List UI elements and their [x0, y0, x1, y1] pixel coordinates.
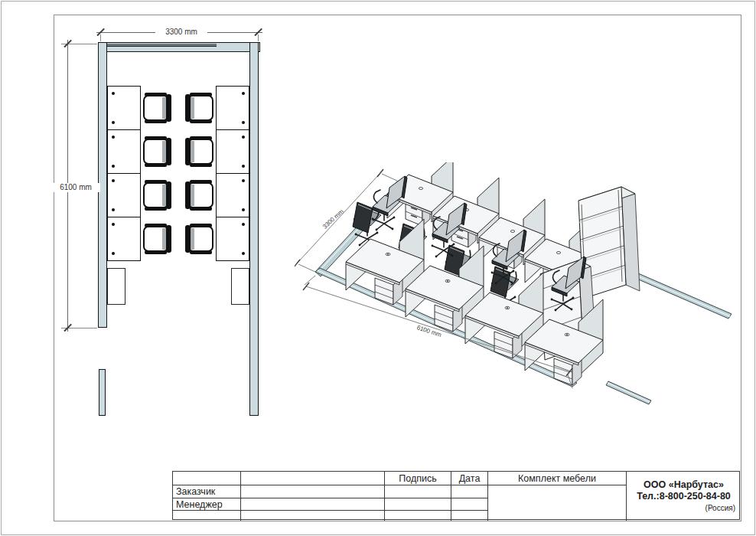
- customer-value-cell: [241, 485, 385, 498]
- customer-signature-cell: [385, 485, 451, 498]
- title-cell-empty: [451, 511, 488, 521]
- floor-plan-2d: 3300 mm 6100 mm: [0, 0, 306, 459]
- plan-chair: [143, 224, 172, 254]
- plan-width-label: 3300 mm: [155, 28, 207, 37]
- company-country: (Россия): [627, 502, 741, 514]
- customer-label: Заказчик: [173, 485, 241, 498]
- manager-signature-cell: [385, 498, 451, 511]
- furniture-layout-drawing: 3300 mm 6100 mm: [0, 0, 756, 536]
- desk-grommet-dot: [112, 179, 115, 182]
- desk-grommet-dot: [242, 121, 245, 124]
- desk-grommet-dot: [242, 165, 245, 168]
- plan-chair: [184, 224, 213, 254]
- title-cell-empty: [241, 511, 385, 521]
- title-cell-empty: [173, 511, 241, 521]
- desk-grommet-dot: [112, 252, 115, 255]
- plan-chair: [143, 180, 172, 211]
- desk-grommet-dot: [242, 223, 245, 226]
- company-phone: Тел.:8-800-250-84-80: [627, 491, 741, 502]
- plan-chair: [143, 93, 172, 123]
- desk-grommet-dot: [242, 208, 245, 211]
- plan-desk: [107, 173, 141, 217]
- plan-wall-right: [249, 42, 259, 416]
- chair-backrest: [185, 94, 191, 122]
- manager-value-cell: [241, 498, 385, 511]
- company-info: ООО «Нарбутас» Тел.:8-800-250-84-80 (Рос…: [627, 472, 741, 521]
- furniture-set-header: Комплект мебели: [488, 472, 627, 485]
- company-name: ООО «Нарбутас»: [627, 479, 741, 491]
- chair-backrest: [166, 181, 171, 209]
- desk-grommet-dot: [112, 208, 115, 211]
- manager-label: Менеджер: [173, 498, 241, 511]
- chair-backrest: [166, 225, 171, 253]
- plan-pedestal-left: [107, 268, 125, 305]
- title-cell-empty: [385, 511, 451, 521]
- desk-grommet-dot: [112, 136, 115, 139]
- chair-backrest: [185, 181, 191, 209]
- desk-grommet-dot: [242, 92, 245, 95]
- view-3d: 3300 mm: [295, 162, 750, 434]
- chair-backrest: [185, 225, 191, 253]
- plan-height-label: 6100 mm: [51, 183, 100, 192]
- desk-grommet-dot: [242, 179, 245, 182]
- date-header: Дата: [451, 472, 488, 485]
- plan-chair: [184, 136, 213, 167]
- desk-grommet-dot: [112, 223, 115, 226]
- desk-grommet-dot: [242, 136, 245, 139]
- chair-backrest: [166, 94, 171, 122]
- iso-width-label: 3300 mm: [321, 208, 345, 230]
- desk-grommet-dot: [112, 165, 115, 168]
- chair-backrest: [166, 138, 171, 165]
- plan-desk: [216, 217, 249, 261]
- plan-wall-left-lower: [99, 369, 106, 416]
- dim-extension: [258, 34, 259, 41]
- plan-pedestal-right: [231, 268, 249, 305]
- plan-chair: [184, 93, 213, 123]
- plan-desk: [216, 129, 249, 174]
- manager-date-cell: [451, 498, 488, 511]
- desk-grommet-dot: [112, 121, 115, 124]
- customer-date-cell: [451, 485, 488, 498]
- chair-backrest: [185, 138, 191, 165]
- plan-wall-window-band: [102, 44, 217, 47]
- title-cell-empty: [173, 472, 241, 485]
- plan-desk: [216, 173, 249, 217]
- signature-header: Подпись: [385, 472, 451, 485]
- plan-desk: [107, 217, 141, 261]
- plan-chair: [143, 136, 172, 167]
- desk-grommet-dot: [242, 252, 245, 255]
- title-cell-empty: [241, 472, 385, 485]
- plan-desk: [107, 86, 141, 130]
- plan-desk: [216, 86, 249, 130]
- plan-chair: [184, 180, 213, 211]
- furniture-set-cell: [488, 485, 627, 521]
- dim-extension: [100, 34, 101, 41]
- desk-grommet-dot: [112, 92, 115, 95]
- title-block: Подпись Дата Комплект мебели ООО «Нарбут…: [172, 471, 740, 520]
- plan-desk: [107, 129, 141, 174]
